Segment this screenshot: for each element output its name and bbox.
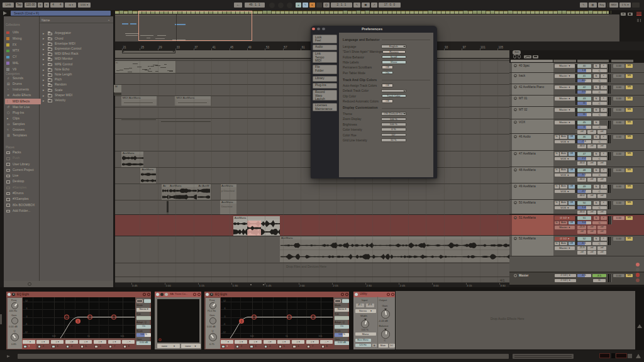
svg-text:1: 1 — [77, 319, 79, 323]
svg-text:1: 1 — [241, 319, 243, 323]
